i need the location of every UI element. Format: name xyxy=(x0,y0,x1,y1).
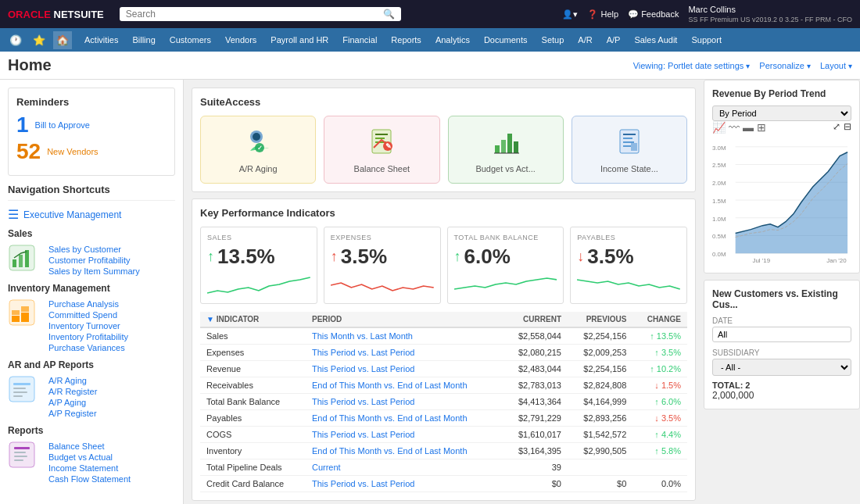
change-cell: ↑ 6.0% xyxy=(632,394,687,410)
svg-rect-16 xyxy=(14,452,26,453)
suite-icon-budget[interactable]: Budget vs Act... xyxy=(448,116,564,184)
customer-profitability-link[interactable]: Customer Profitability xyxy=(42,255,140,266)
svg-rect-25 xyxy=(375,138,385,139)
committed-spend-link[interactable]: Committed Spend xyxy=(42,309,128,320)
favorites-icon[interactable]: ⭐ xyxy=(30,31,48,49)
period-cell[interactable]: End of This Month vs. End of Last Month xyxy=(306,377,503,394)
kpi-table-body: Sales This Month vs. Last Month $2,558,0… xyxy=(200,327,687,492)
period-cell[interactable]: This Month vs. Last Month xyxy=(306,327,503,345)
nav-financial[interactable]: Financial xyxy=(336,32,383,48)
nav-reports[interactable]: Reports xyxy=(385,32,428,48)
suite-icon-balance-sheet[interactable]: ✎ Balance Sheet xyxy=(324,116,439,184)
nav-setup[interactable]: Setup xyxy=(536,32,571,48)
personalize-link[interactable]: Personalize ▾ xyxy=(759,61,811,70)
purchase-variances-link[interactable]: Purchase Variances xyxy=(42,342,128,353)
table-row: Payables End of This Month vs. End of La… xyxy=(200,410,687,427)
purchase-analysis-link[interactable]: Purchase Analysis xyxy=(42,298,128,309)
previous-cell: $2,254,156 xyxy=(568,361,632,377)
home-icon[interactable]: 🏠 xyxy=(53,31,72,49)
exec-mgmt-label[interactable]: Executive Management xyxy=(23,209,121,220)
th-period[interactable]: PERIOD xyxy=(306,312,503,327)
nav-payroll[interactable]: Payroll and HR xyxy=(264,32,335,48)
budget-vs-actual-link[interactable]: Budget vs Actual xyxy=(42,452,131,463)
period-cell[interactable]: End of This Month vs. End of Last Month xyxy=(306,410,503,427)
balance-sheet-link[interactable]: Balance Sheet xyxy=(42,441,131,452)
income-statement-link[interactable]: Income Statement xyxy=(42,463,131,474)
ar-aging-link[interactable]: A/R Aging xyxy=(42,375,97,386)
nav-ap[interactable]: A/P xyxy=(600,32,627,48)
svg-text:✓: ✓ xyxy=(257,145,263,152)
help-link[interactable]: ❓ Help xyxy=(587,9,618,20)
ap-aging-link[interactable]: A/P Aging xyxy=(42,397,97,408)
period-cell[interactable]: This Period vs. Last Period xyxy=(306,361,503,377)
table-row: Credit Card Balance This Period vs. Last… xyxy=(200,476,687,492)
subsidiary-select[interactable]: - All - xyxy=(712,359,851,376)
svg-rect-14 xyxy=(9,442,34,467)
feedback-link[interactable]: 💬 Feedback xyxy=(628,9,679,20)
reports-section-label: Reports xyxy=(8,425,175,436)
kpi-sales-chart xyxy=(207,273,310,297)
period-cell[interactable]: Current xyxy=(306,459,503,476)
ar-register-link[interactable]: A/R Register xyxy=(42,386,97,397)
bill-label[interactable]: Bill to Approve xyxy=(35,120,90,130)
period-cell[interactable]: This Period vs. Last Period xyxy=(306,476,503,492)
current-cell: $2,783,013 xyxy=(503,377,568,394)
nav-support[interactable]: Support xyxy=(685,32,728,48)
suite-icon-ar-aging[interactable]: ✓ A/R Aging xyxy=(200,116,316,184)
viewing-portlet[interactable]: Viewing: Portlet date settings ▾ xyxy=(633,61,751,70)
cash-flow-link[interactable]: Cash Flow Statement xyxy=(42,474,131,484)
vendor-label[interactable]: New Vendors xyxy=(47,147,98,156)
inventory-turnover-link[interactable]: Inventory Turnover xyxy=(42,320,128,331)
reminders-title: Reminders xyxy=(16,96,167,108)
nav-analytics[interactable]: Analytics xyxy=(429,32,476,48)
page-header-row: Home Viewing: Portlet date settings ▾ Pe… xyxy=(0,52,860,80)
kpi-expenses-label: EXPENSES xyxy=(331,234,434,241)
nav-activities[interactable]: Activities xyxy=(78,32,124,48)
wave-chart-icon[interactable]: 〰 xyxy=(729,121,740,134)
ap-register-link[interactable]: A/P Register xyxy=(42,408,97,419)
date-input[interactable] xyxy=(712,327,851,342)
period-cell[interactable]: End of This Month vs. End of Last Month xyxy=(306,443,503,459)
search-icon[interactable]: 🔍 xyxy=(383,9,395,20)
period-cell[interactable]: This Period vs. Last Period xyxy=(306,427,503,443)
line-chart-icon[interactable]: 📈 xyxy=(712,121,726,134)
exec-mgmt-item[interactable]: ☰ Executive Management xyxy=(8,207,175,222)
period-cell[interactable]: This Period vs. Last Period xyxy=(306,345,503,361)
layout-link[interactable]: Layout ▾ xyxy=(820,61,852,70)
bill-count: 1 xyxy=(16,114,29,136)
period-cell[interactable]: This Period vs. Last Period xyxy=(306,394,503,410)
sales-by-customer-link[interactable]: Sales by Customer xyxy=(42,244,140,255)
candlestick-icon[interactable]: ⊞ xyxy=(757,121,766,134)
suite-icon-income[interactable]: Income State... xyxy=(572,116,687,184)
nav-customers[interactable]: Customers xyxy=(163,32,217,48)
inventory-profitability-link[interactable]: Inventory Profitability xyxy=(42,331,128,342)
period-select[interactable]: By Period xyxy=(712,105,851,121)
svg-rect-39 xyxy=(631,143,637,151)
user-icon[interactable]: 👤▾ xyxy=(562,9,578,20)
nav-documents[interactable]: Documents xyxy=(478,32,534,48)
recent-icon[interactable]: 🕐 xyxy=(6,31,25,49)
expand-icon[interactable]: ⤢ xyxy=(833,121,840,134)
download-icon[interactable]: ⊟ xyxy=(844,121,851,134)
th-previous[interactable]: PREVIOUS xyxy=(568,312,632,327)
bar-chart-icon[interactable]: ▬ xyxy=(743,121,754,134)
search-input[interactable] xyxy=(126,9,383,20)
th-indicator[interactable]: ▼ INDICATOR xyxy=(200,312,306,327)
reports-links: Balance Sheet Budget vs Actual Income St… xyxy=(42,441,131,484)
nav-vendors[interactable]: Vendors xyxy=(219,32,263,48)
th-current[interactable]: CURRENT xyxy=(503,312,568,327)
change-cell: ↑ 5.8% xyxy=(632,443,687,459)
nav-ar[interactable]: A/R xyxy=(572,32,598,48)
table-row: COGS This Period vs. Last Period $1,610,… xyxy=(200,427,687,443)
sales-by-item-link[interactable]: Sales by Item Summary xyxy=(42,266,140,277)
indicator-cell: Payables xyxy=(200,410,306,427)
nav-sales-audit[interactable]: Sales Audit xyxy=(628,32,683,48)
nav-shortcuts-title: Navigation Shortcuts xyxy=(8,184,175,201)
previous-cell: $2,254,156 xyxy=(568,327,632,345)
search-box[interactable]: 🔍 xyxy=(120,7,401,21)
th-change[interactable]: CHANGE xyxy=(632,312,687,327)
svg-rect-5 xyxy=(12,316,20,322)
kpi-sales-label: SALES xyxy=(207,234,310,241)
svg-rect-35 xyxy=(623,134,636,135)
nav-billing[interactable]: Billing xyxy=(126,32,161,48)
